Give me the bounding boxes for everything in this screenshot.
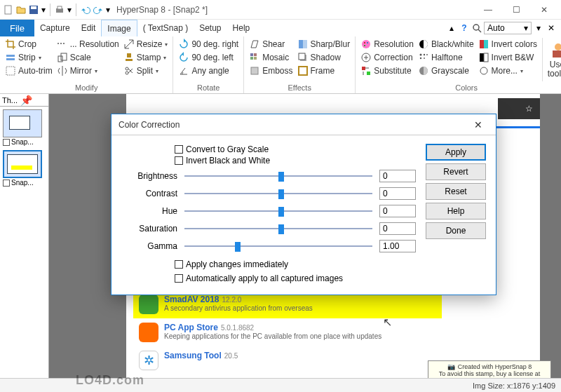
pin-icon[interactable]: 📌 <box>20 95 32 106</box>
group-label-modify: Modify <box>0 83 173 93</box>
anyangle-button[interactable]: Any angle <box>176 65 241 77</box>
apply-button[interactable]: Apply <box>426 144 486 161</box>
close-button[interactable]: ✕ <box>530 1 558 19</box>
lo4d-watermark: LO4D.com <box>76 373 144 388</box>
thumb-list: Snap... Snap... <box>0 107 48 189</box>
thumb-item[interactable]: Snap... <box>3 109 46 146</box>
close-doc-icon[interactable]: ✕ <box>546 22 557 34</box>
brightness-value[interactable]: 0 <box>379 170 416 182</box>
search-icon[interactable] <box>471 22 482 34</box>
mosaic-button[interactable]: Mosaic <box>247 51 295 64</box>
zoom-combo[interactable]: Auto▾ <box>484 22 532 34</box>
menu-file[interactable]: File <box>0 20 34 36</box>
svg-rect-17 <box>254 53 257 56</box>
stamp-button[interactable]: Stamp▾ <box>121 51 170 64</box>
minimize-button[interactable]: — <box>474 1 502 19</box>
grayscale-button[interactable]: Grayscale <box>416 65 476 77</box>
rot90l-button[interactable]: 90 deg. left <box>176 51 241 64</box>
autotrim-icon <box>5 65 16 76</box>
qat-dropdown-icon[interactable]: ▾ <box>105 4 111 15</box>
autotrim-button[interactable]: Auto-trim <box>3 65 55 77</box>
thumb-checkbox[interactable] <box>3 139 10 146</box>
menu-edit[interactable]: Edit <box>76 20 102 36</box>
dialog-close-button[interactable]: ✕ <box>468 119 489 130</box>
gamma-slider[interactable] <box>184 241 372 252</box>
save-icon[interactable] <box>28 4 39 15</box>
print-dropdown-icon[interactable]: ▾ <box>67 4 72 15</box>
resolution-button[interactable]: ⋯... Resolution <box>55 38 121 50</box>
hue-slider[interactable] <box>184 205 372 217</box>
shear-button[interactable]: Shear <box>247 38 295 50</box>
colorres-button[interactable]: Resolution <box>358 38 416 50</box>
halftone-button[interactable]: Halftone <box>416 51 476 64</box>
crop-button[interactable]: Crop <box>3 38 55 50</box>
undo-icon[interactable] <box>80 4 91 15</box>
split-button[interactable]: Split▾ <box>121 65 170 77</box>
shadow-icon <box>297 52 309 63</box>
thumb-image <box>3 109 42 137</box>
frame-button[interactable]: Frame <box>295 65 353 77</box>
invert-checkbox[interactable] <box>175 156 183 165</box>
save-dropdown-icon[interactable]: ▾ <box>41 4 46 15</box>
bw-button[interactable]: Black/white <box>416 38 476 50</box>
svg-rect-33 <box>367 72 370 75</box>
help-button[interactable]: Help <box>426 203 486 219</box>
revert-button[interactable]: Revert <box>426 163 486 180</box>
help-icon[interactable]: ? <box>459 22 470 34</box>
open-icon[interactable] <box>15 4 27 15</box>
gamma-value[interactable]: 1.00 <box>379 240 416 252</box>
shear-icon <box>249 39 260 50</box>
saturation-slider[interactable] <box>184 223 372 234</box>
strip-button[interactable]: Strip▾ <box>3 51 55 64</box>
svg-rect-12 <box>127 53 131 58</box>
app-row[interactable]: ✲ Samsung Tool20.5 <box>133 346 442 374</box>
more-button[interactable]: More...▾ <box>476 65 539 77</box>
mirror-button[interactable]: Mirror▾ <box>55 65 121 77</box>
thumb-tab[interactable]: Th... <box>2 96 18 104</box>
menu-setup[interactable]: Setup <box>194 20 227 36</box>
scale-button[interactable]: Scale <box>55 51 121 64</box>
print-icon[interactable] <box>54 4 65 15</box>
thumb-image <box>3 150 42 178</box>
resize-button[interactable]: Resize▾ <box>121 38 170 50</box>
applyimm-label: Apply changes immediately <box>186 259 288 269</box>
overflow-icon[interactable]: ▾ <box>533 22 544 34</box>
reset-button[interactable]: Reset <box>426 183 486 200</box>
contrast-value[interactable]: 0 <box>379 187 416 200</box>
menu-textsnap[interactable]: ( TextSnap ) <box>137 20 194 36</box>
done-button[interactable]: Done <box>426 222 486 239</box>
chevron-up-icon[interactable]: ▴ <box>446 22 457 34</box>
invert-button[interactable]: Invert colors <box>476 38 539 50</box>
stamp-icon <box>123 52 135 63</box>
emboss-button[interactable]: Emboss <box>247 65 295 77</box>
applyall-checkbox[interactable] <box>175 274 183 283</box>
sharpblur-button[interactable]: Sharp/Blur <box>295 38 353 50</box>
gray-checkbox[interactable] <box>175 145 183 154</box>
dialog-titlebar[interactable]: Color Correction ✕ <box>111 114 496 135</box>
app-name: Samsung Tool <box>164 351 222 360</box>
invertbw-button[interactable]: Invert B&W <box>476 51 539 64</box>
thumb-item[interactable]: Snap... <box>3 150 46 187</box>
usertools-button[interactable]: Usertools▾ <box>542 38 561 81</box>
stamp-line1: Created with HyperSnap 8 <box>458 363 532 371</box>
hue-value[interactable]: 0 <box>379 205 416 217</box>
new-icon[interactable] <box>3 4 14 15</box>
svg-rect-19 <box>254 57 257 60</box>
saturation-value[interactable]: 0 <box>379 222 416 235</box>
thumb-checkbox[interactable] <box>3 180 10 187</box>
menu-help[interactable]: Help <box>227 20 256 36</box>
correction-button[interactable]: Correction <box>358 51 416 64</box>
rot90r-button[interactable]: 90 deg. right <box>176 38 241 50</box>
brightness-slider[interactable] <box>184 170 372 182</box>
saturation-label: Saturation <box>121 224 177 234</box>
menu-capture[interactable]: Capture <box>34 20 76 36</box>
app-row[interactable]: PC App Store5.0.1.8682 Keeping applicati… <box>133 318 442 346</box>
applyimm-checkbox[interactable] <box>175 260 183 269</box>
substitute-button[interactable]: Substitute <box>358 65 416 77</box>
maximize-button[interactable]: ☐ <box>502 1 530 19</box>
shadow-button[interactable]: Shadow <box>295 51 353 64</box>
contrast-slider[interactable] <box>184 188 372 199</box>
gamma-row: Gamma 1.00 <box>121 238 416 254</box>
redo-icon[interactable] <box>93 4 104 15</box>
menu-image[interactable]: Image <box>101 20 137 36</box>
